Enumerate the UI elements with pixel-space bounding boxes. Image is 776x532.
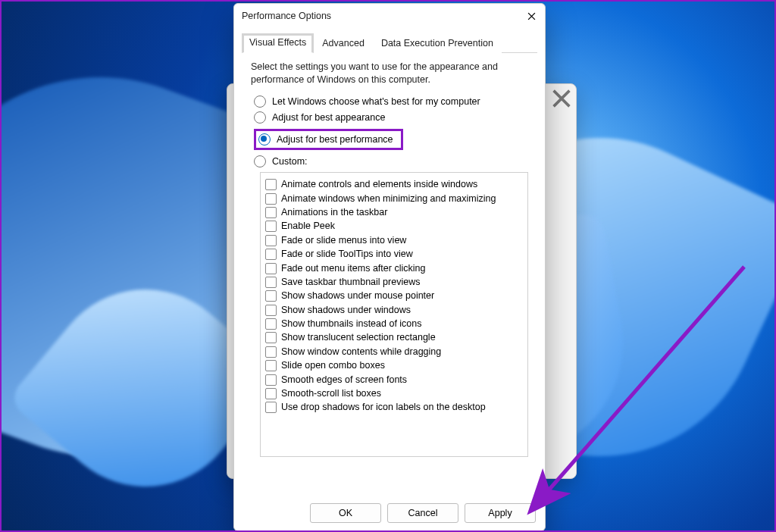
option-label: Fade or slide menus into view: [281, 234, 406, 247]
tab-strip: Visual Effects Advanced Data Execution P…: [242, 33, 537, 53]
dialog-button-row: OK Cancel Apply: [310, 503, 536, 523]
option-label: Show thumbnails instead of icons: [281, 318, 422, 330]
checkbox-icon: [265, 360, 277, 371]
option-row[interactable]: Animations in the taskbar: [265, 206, 523, 219]
checkbox-icon: [265, 249, 277, 260]
radio-icon: [254, 155, 266, 167]
checkbox-icon: [265, 290, 277, 302]
option-row[interactable]: Animate windows when minimizing and maxi…: [265, 192, 523, 205]
option-row[interactable]: Slide open combo boxes: [265, 359, 523, 372]
close-button[interactable]: [524, 8, 539, 23]
visual-effects-options-list[interactable]: Animate controls and elements inside win…: [260, 172, 528, 457]
checkbox-icon: [265, 277, 277, 288]
option-row[interactable]: Animate controls and elements inside win…: [265, 178, 523, 191]
option-label: Animations in the taskbar: [281, 206, 387, 219]
checkbox-icon: [265, 332, 277, 343]
checkbox-icon: [265, 179, 277, 190]
radio-icon: [258, 133, 271, 146]
option-label: Animate windows when minimizing and maxi…: [281, 192, 496, 205]
tab-data-execution-prevention[interactable]: Data Execution Prevention: [373, 33, 502, 53]
option-row[interactable]: Use drop shadows for icon labels on the …: [265, 401, 523, 414]
option-label: Save taskbar thumbnail previews: [281, 276, 420, 289]
option-row[interactable]: Save taskbar thumbnail previews: [265, 276, 523, 289]
radio-best-appearance[interactable]: Adjust for best appearance: [254, 111, 537, 124]
radio-icon: [254, 95, 266, 108]
option-label: Show shadows under windows: [281, 304, 411, 317]
checkbox-icon: [265, 318, 277, 330]
option-label: Smooth-scroll list boxes: [281, 387, 381, 400]
option-row[interactable]: Smooth edges of screen fonts: [265, 374, 523, 386]
dialog-title: Performance Options: [242, 11, 331, 21]
option-row[interactable]: Show shadows under mouse pointer: [265, 289, 523, 302]
checkbox-icon: [265, 388, 277, 399]
option-label: Show translucent selection rectangle: [281, 331, 436, 344]
radio-icon: [254, 111, 266, 124]
background-window-close-icon[interactable]: [552, 89, 571, 108]
close-icon: [527, 12, 536, 20]
option-label: Fade or slide ToolTips into view: [281, 248, 413, 261]
checkbox-icon: [265, 402, 277, 413]
option-label: Use drop shadows for icon labels on the …: [281, 401, 486, 414]
checkbox-icon: [265, 374, 277, 386]
option-row[interactable]: Fade or slide menus into view: [265, 234, 523, 247]
checkbox-icon: [265, 193, 277, 205]
titlebar: Performance Options: [234, 4, 545, 28]
option-row[interactable]: Show shadows under windows: [265, 304, 523, 317]
instruction-text: Select the settings you want to use for …: [251, 61, 534, 86]
radio-custom[interactable]: Custom:: [254, 155, 537, 167]
option-row[interactable]: Enable Peek: [265, 220, 523, 233]
tab-visual-effects[interactable]: Visual Effects: [242, 33, 314, 53]
visual-effects-radio-group: Let Windows choose what's best for my co…: [254, 95, 537, 167]
option-row[interactable]: Fade or slide ToolTips into view: [265, 248, 523, 261]
highlight-best-performance: Adjust for best performance: [254, 129, 403, 150]
option-row[interactable]: Fade out menu items after clicking: [265, 262, 523, 275]
checkbox-icon: [265, 263, 277, 274]
option-row[interactable]: Show window contents while dragging: [265, 346, 523, 358]
option-label: Enable Peek: [281, 220, 335, 233]
performance-options-dialog: Performance Options Visual Effects Advan…: [233, 3, 546, 531]
option-label: Show shadows under mouse pointer: [281, 289, 434, 302]
ok-button[interactable]: OK: [310, 503, 381, 523]
option-label: Show window contents while dragging: [281, 346, 441, 358]
option-label: Slide open combo boxes: [281, 359, 385, 372]
checkbox-icon: [265, 207, 277, 218]
checkbox-icon: [265, 346, 277, 358]
checkbox-icon: [265, 305, 277, 316]
apply-button[interactable]: Apply: [465, 503, 536, 523]
radio-best-performance[interactable]: Adjust for best performance: [258, 133, 393, 146]
option-row[interactable]: Show thumbnails instead of icons: [265, 318, 523, 330]
checkbox-icon: [265, 221, 277, 232]
checkbox-icon: [265, 235, 277, 246]
radio-let-windows-choose[interactable]: Let Windows choose what's best for my co…: [254, 95, 537, 108]
option-label: Smooth edges of screen fonts: [281, 374, 407, 386]
cancel-button[interactable]: Cancel: [387, 503, 458, 523]
option-row[interactable]: Show translucent selection rectangle: [265, 331, 523, 344]
tab-advanced[interactable]: Advanced: [314, 33, 373, 53]
option-label: Animate controls and elements inside win…: [281, 178, 477, 191]
option-label: Fade out menu items after clicking: [281, 262, 425, 275]
option-row[interactable]: Smooth-scroll list boxes: [265, 387, 523, 400]
